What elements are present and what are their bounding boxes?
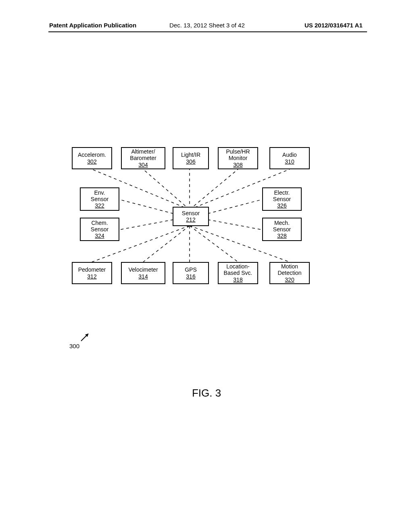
figure-caption: FIG. 3: [0, 387, 413, 399]
label: Env. Sensor: [91, 189, 108, 202]
ref: 304: [138, 162, 148, 168]
box-altimeter-barometer: Altimeter/ Barometer 304: [121, 147, 165, 169]
box-accelerometer: Accelerom. 302: [72, 147, 112, 169]
box-location-based-svc: Location- Based Svc. 318: [218, 262, 258, 284]
sensor-diagram: Sensor 212 Accelerom. 302 Altimeter/ Bar…: [69, 147, 343, 284]
label: Mech. Sensor: [273, 220, 291, 233]
label: Audio: [282, 152, 297, 158]
box-velocimeter: Velocimeter 314: [121, 262, 165, 284]
ref: 312: [87, 273, 96, 280]
label: Accelerom.: [78, 152, 106, 158]
header-mid: Dec. 13, 2012 Sheet 3 of 42: [169, 22, 245, 29]
svg-line-3: [190, 169, 238, 210]
svg-line-1: [143, 169, 190, 210]
box-env-sensor: Env. Sensor 322: [80, 187, 119, 211]
svg-line-10: [143, 226, 190, 262]
svg-line-5: [119, 200, 173, 214]
box-gps: GPS 316: [173, 262, 209, 284]
label: Electr. Sensor: [273, 189, 291, 202]
svg-line-7: [208, 200, 262, 214]
ref: 308: [233, 162, 242, 168]
header-left: Patent Application Publication: [49, 22, 136, 29]
box-motion-detection: Motion Detection 320: [269, 262, 310, 284]
ref-arrow-icon: [79, 330, 92, 343]
sensor-center-box: Sensor 212: [173, 207, 209, 226]
label: Altimeter/ Barometer: [130, 148, 156, 161]
header-right: US 2012/0316471 A1: [305, 22, 363, 29]
ref: 302: [87, 158, 96, 165]
label: Motion Detection: [277, 263, 301, 276]
box-audio: Audio 310: [269, 147, 310, 169]
ref: 318: [233, 276, 242, 283]
label: Chem. Sensor: [91, 220, 108, 233]
label: GPS: [185, 266, 197, 273]
page: Patent Application Publication Dec. 13, …: [0, 0, 413, 532]
overall-ref-300: 300: [69, 343, 79, 349]
label: Location- Based Svc.: [224, 263, 252, 276]
label: Pedometer: [78, 266, 106, 273]
ref: 326: [277, 202, 286, 209]
ref: 310: [285, 158, 294, 165]
svg-line-8: [208, 220, 262, 230]
ref: 328: [277, 233, 286, 239]
label: Pulse/HR Monitor: [226, 148, 250, 161]
ref: 306: [186, 158, 195, 165]
svg-line-12: [190, 226, 238, 262]
box-mech-sensor: Mech. Sensor 328: [262, 218, 302, 241]
box-pedometer: Pedometer 312: [72, 262, 112, 284]
ref: 314: [138, 273, 148, 280]
ref: 320: [285, 276, 294, 283]
box-light-ir: Light/IR 306: [173, 147, 209, 169]
label: Velocimeter: [128, 266, 158, 273]
box-chem-sensor: Chem. Sensor 324: [80, 218, 119, 241]
ref: 322: [95, 202, 104, 209]
svg-line-6: [119, 220, 173, 230]
box-electr-sensor: Electr. Sensor 326: [262, 187, 302, 211]
header-rule: [48, 31, 367, 32]
label: Light/IR: [181, 152, 200, 158]
sensor-center-label: Sensor: [182, 210, 200, 216]
sensor-center-ref: 212: [186, 216, 195, 223]
ref: 324: [95, 233, 104, 239]
box-pulse-hr-monitor: Pulse/HR Monitor 308: [218, 147, 258, 169]
ref: 316: [186, 273, 195, 280]
